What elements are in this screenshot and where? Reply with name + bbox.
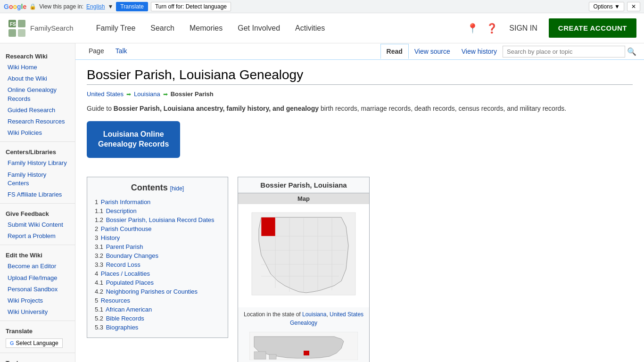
create-account-button[interactable]: CREATE ACCOUNT xyxy=(549,18,636,38)
main-content: Page Talk Read View source View history … xyxy=(75,43,644,362)
toc-link-resources[interactable]: Resources xyxy=(101,297,130,304)
sidebar-item-wiki-projects[interactable]: Wiki Projects xyxy=(0,295,75,306)
toc-link-places[interactable]: Places / Localities xyxy=(101,270,150,277)
toc-link-history[interactable]: History xyxy=(101,234,120,241)
us-map xyxy=(249,332,358,360)
toc-link-boundary-changes[interactable]: Boundary Changes xyxy=(106,252,158,259)
logo-area: FS FamilySearch xyxy=(8,19,74,38)
options-button[interactable]: Options ▼ xyxy=(589,2,624,11)
toc-item-5: 5 Resources xyxy=(95,296,220,305)
select-language-button[interactable]: G Select Language xyxy=(6,338,63,348)
la-records-button[interactable]: Louisiana OnlineGenealogy Records xyxy=(87,121,180,158)
breadcrumb-arrow-2: ➡ xyxy=(163,91,168,98)
nav-memories[interactable]: Memories xyxy=(182,13,230,43)
help-icon[interactable]: ❓ xyxy=(486,23,498,34)
sidebar-item-wiki-home[interactable]: Wiki Home xyxy=(0,62,75,73)
toc-link-courthouse[interactable]: Parish Courthouse xyxy=(101,225,152,232)
translate-button[interactable]: Translate xyxy=(116,2,148,11)
language-link[interactable]: English xyxy=(86,3,105,10)
sidebar-item-family-history-centers[interactable]: Family History Centers xyxy=(0,169,75,189)
sidebar-section-feedback: Give Feedback xyxy=(0,206,75,219)
sidebar-item-upload-file[interactable]: Upload File/Image xyxy=(0,272,75,284)
breadcrumb-louisiana[interactable]: Louisiana xyxy=(134,90,160,98)
svg-rect-3 xyxy=(18,29,25,37)
contents-area: Contents [hide] 1 Parish Information 1.1… xyxy=(87,177,633,362)
sidebar-item-research-resources[interactable]: Research Resources xyxy=(0,116,75,127)
toc-item-5-1: 5.1 African American xyxy=(95,305,220,314)
sidebar-section-edit-wiki: Edit the Wiki xyxy=(0,248,75,261)
logo-text: FamilySearch xyxy=(30,24,74,32)
toc-link-african-american[interactable]: African American xyxy=(106,306,152,313)
toc-link-parent-parish[interactable]: Parent Parish xyxy=(106,243,143,250)
us-map-area xyxy=(238,330,369,362)
sidebar-item-wiki-policies[interactable]: Wiki Policies xyxy=(0,127,75,139)
article-title: Bossier Parish, Louisiana Genealogy xyxy=(87,67,633,85)
sidebar-item-personal-sandbox[interactable]: Personal Sandbox xyxy=(0,284,75,295)
breadcrumb: United States ➡ Louisiana ➡ Bossier Pari… xyxy=(87,90,633,98)
toc-item-5-3: 5.3 Biographies xyxy=(95,323,220,332)
toc-link-record-dates[interactable]: Bossier Parish, Louisiana Record Dates xyxy=(106,216,215,223)
toc-link-description[interactable]: Description xyxy=(106,207,137,214)
sidebar-item-guided-research[interactable]: Guided Research xyxy=(0,105,75,116)
main-nav: FS FamilySearch Family Tree Search Memor… xyxy=(0,13,644,43)
toc-link-neighboring[interactable]: Neighboring Parishes or Counties xyxy=(106,288,198,295)
sidebar-item-submit-wiki[interactable]: Submit Wiki Content xyxy=(0,219,75,230)
sidebar-item-about-wiki[interactable]: About the Wiki xyxy=(0,73,75,84)
caption-louisiana-link[interactable]: Louisiana xyxy=(302,311,326,318)
toc-link-parish-info[interactable]: Parish Information xyxy=(101,198,151,206)
intro-bold: Bossier Parish, Louisiana ancestry, fami… xyxy=(114,105,319,112)
breadcrumb-us[interactable]: United States xyxy=(87,90,124,98)
sidebar-item-family-history-library[interactable]: Family History Library xyxy=(0,157,75,169)
toc-link-biographies[interactable]: Biographies xyxy=(106,324,139,331)
toc-item-1: 1 Parish Information xyxy=(95,197,220,206)
nav-search[interactable]: Search xyxy=(143,13,182,43)
contents-hide-link[interactable]: [hide] xyxy=(170,185,184,192)
tab-page[interactable]: Page xyxy=(83,43,110,59)
map-box-subtitle: Map xyxy=(238,193,369,204)
tab-talk[interactable]: Talk xyxy=(110,43,133,59)
toc-item-4: 4 Places / Localities xyxy=(95,269,220,278)
nav-get-involved[interactable]: Get Involved xyxy=(230,13,288,43)
intro-prefix: Guide to xyxy=(87,105,114,112)
sidebar-item-fs-affiliate[interactable]: FS Affiliate Libraries xyxy=(0,189,75,200)
toc-item-1-2: 1.2 Bossier Parish, Louisiana Record Dat… xyxy=(95,215,220,224)
select-language-label: Select Language xyxy=(16,340,58,346)
tab-read[interactable]: Read xyxy=(380,44,409,59)
familysearch-logo: FS xyxy=(8,19,26,38)
tab-view-history[interactable]: View history xyxy=(456,44,503,59)
nav-links: Family Tree Search Memories Get Involved… xyxy=(89,13,467,43)
article-body: Bossier Parish, Louisiana Genealogy Unit… xyxy=(75,60,644,362)
toc-item-4-2: 4.2 Neighboring Parishes or Counties xyxy=(95,287,220,296)
sidebar-item-become-editor[interactable]: Become an Editor xyxy=(0,261,75,272)
wiki-search-button[interactable]: 🔍 xyxy=(627,47,636,56)
map-box: Bossier Parish, Louisiana Map xyxy=(238,177,370,362)
nav-family-tree[interactable]: Family Tree xyxy=(89,13,143,43)
breadcrumb-current: Bossier Parish xyxy=(171,90,214,98)
close-translate-button[interactable]: ✕ xyxy=(627,2,640,11)
toc-item-3-3: 3.3 Record Loss xyxy=(95,260,220,269)
tab-view-source[interactable]: View source xyxy=(409,44,456,59)
article-intro: Guide to Bossier Parish, Louisiana ances… xyxy=(87,103,633,114)
google-logo: Google xyxy=(4,3,26,10)
location-icon[interactable]: 📍 xyxy=(467,23,479,34)
contents-box: Contents [hide] 1 Parish Information 1.1… xyxy=(87,177,228,338)
lock-icon: 🔒 xyxy=(29,3,36,10)
toc-link-populated-places[interactable]: Populated Places xyxy=(106,279,154,286)
toc-link-record-loss[interactable]: Record Loss xyxy=(106,261,140,268)
toc-link-bible-records[interactable]: Bible Records xyxy=(106,315,144,322)
toc-item-3-1: 3.1 Parent Parish xyxy=(95,242,220,251)
turn-off-button[interactable]: Turn off for: Detect language xyxy=(151,2,231,11)
wiki-search-input[interactable] xyxy=(503,46,625,58)
svg-text:FS: FS xyxy=(10,22,16,27)
map-caption: Location in the state of Louisiana, Unit… xyxy=(238,307,369,330)
search-box-area: 🔍 xyxy=(503,46,636,58)
toc-item-3: 3 History xyxy=(95,233,220,242)
map-svg-area xyxy=(238,204,369,307)
nav-activities[interactable]: Activities xyxy=(288,13,332,43)
sidebar-item-online-genealogy[interactable]: Online Genealogy Records xyxy=(0,84,75,104)
sidebar-section-research-wiki: Research Wiki xyxy=(0,49,75,62)
contents-list: 1 Parish Information 1.1 Description 1.2… xyxy=(95,197,220,332)
sidebar-item-wiki-university[interactable]: Wiki University xyxy=(0,306,75,318)
sign-in-button[interactable]: SIGN IN xyxy=(505,20,541,36)
sidebar-item-report-problem[interactable]: Report a Problem xyxy=(0,230,75,242)
